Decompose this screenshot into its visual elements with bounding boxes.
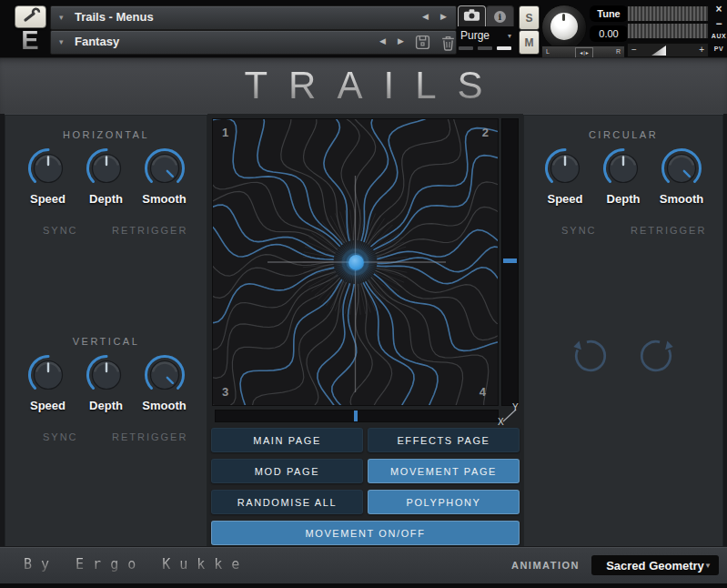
- chevron-down-icon: ▾: [59, 13, 64, 22]
- vertical-speed-knob[interactable]: Speed: [20, 355, 76, 412]
- main-page-button[interactable]: MAIN PAGE: [211, 428, 363, 452]
- volume-plus-label: +: [699, 45, 704, 55]
- knob-dial[interactable]: [136, 355, 193, 400]
- knob-label: Speed: [20, 192, 76, 206]
- horizontal-sync-toggle[interactable]: SYNC: [43, 225, 78, 236]
- animation-label: ANIMATION: [511, 560, 580, 571]
- kontakt-header: E ▾ Trails - Menus ◀ ▶ ▾ Fantasy ◀ ▶: [0, 0, 727, 57]
- main-area: HORIZONTAL Speed Depth Smooth: [0, 114, 727, 546]
- knob-dial[interactable]: [20, 355, 76, 400]
- close-button[interactable]: ×: [711, 3, 727, 15]
- knob-dial[interactable]: [537, 148, 593, 194]
- knob-label: Depth: [78, 399, 135, 412]
- y-axis-label: Y: [512, 402, 519, 412]
- animation-dropdown[interactable]: Sacred Geometry ▼: [591, 555, 719, 575]
- horizontal-retrigger-toggle[interactable]: RETRIGGER: [112, 225, 187, 236]
- pv-button[interactable]: PV: [711, 46, 727, 52]
- knob-dial[interactable]: [78, 355, 135, 400]
- knob-label: Speed: [537, 192, 593, 206]
- x-axis-slider[interactable]: [215, 410, 499, 422]
- purge-menu[interactable]: Purge ▾: [458, 29, 514, 42]
- movement-onoff-button[interactable]: MOVEMENT ON/OFF: [211, 521, 520, 545]
- rotate-counterclockwise-icon[interactable]: [571, 336, 610, 378]
- pan-right-label: R: [616, 48, 621, 55]
- knob-dial[interactable]: [20, 148, 76, 194]
- horizontal-smooth-knob[interactable]: Smooth: [136, 148, 193, 206]
- mod-page-button[interactable]: MOD PAGE: [211, 459, 363, 483]
- instrument-menu-row[interactable]: ▾ Trails - Menus ◀ ▶: [50, 5, 457, 30]
- indicator-bar: [478, 46, 492, 50]
- preset-menu-row[interactable]: ▾ Fantasy ◀ ▶: [50, 30, 457, 55]
- vertical-retrigger-toggle[interactable]: RETRIGGER: [112, 431, 187, 442]
- volume-slider[interactable]: − +: [627, 43, 709, 57]
- aux-button[interactable]: AUX: [711, 33, 727, 39]
- tune-value[interactable]: 0.00: [590, 25, 628, 42]
- corner-label-3: 3: [222, 385, 228, 399]
- x-axis-label: X: [498, 417, 504, 427]
- memory-indicator: [459, 46, 514, 50]
- wrench-icon: [20, 7, 42, 27]
- instrument-title: TRAILS: [0, 58, 727, 113]
- x-slider-handle[interactable]: [354, 411, 358, 421]
- trash-icon[interactable]: [440, 35, 456, 55]
- tune-knob-cap: [550, 13, 578, 40]
- y-slider-handle[interactable]: [503, 259, 517, 263]
- movement-page-button[interactable]: MOVEMENT PAGE: [368, 459, 520, 483]
- info-tab[interactable]: i: [486, 5, 514, 26]
- info-icon: i: [494, 11, 506, 23]
- section-title: VERTICAL: [5, 321, 207, 347]
- knob-dial[interactable]: [78, 148, 135, 194]
- polyphony-button[interactable]: POLYPHONY: [368, 490, 520, 514]
- snapshot-tab[interactable]: [458, 5, 486, 26]
- pan-left-triangle-icon: ◂: [580, 50, 582, 56]
- animation-value: Sacred Geometry: [606, 559, 704, 573]
- corner-label-1: 1: [222, 126, 228, 139]
- camera-icon: [463, 8, 480, 25]
- chevron-down-icon: ▾: [59, 37, 64, 46]
- prev-instrument-arrow[interactable]: ◀: [422, 12, 429, 21]
- vertical-depth-knob[interactable]: Depth: [78, 355, 135, 412]
- tune-knob-pointer: [562, 14, 565, 21]
- xy-pad[interactable]: 1 2 3 4: [212, 118, 499, 406]
- knob-label: Depth: [595, 192, 651, 206]
- circular-retrigger-toggle[interactable]: RETRIGGER: [631, 225, 706, 236]
- section-title: CIRCULAR: [523, 115, 723, 140]
- knob-dial[interactable]: [595, 148, 651, 194]
- indicator-bar: [497, 46, 511, 50]
- volume-minus-label: −: [631, 45, 637, 55]
- horizontal-speed-knob[interactable]: Speed: [20, 148, 76, 206]
- circular-smooth-knob[interactable]: Smooth: [653, 148, 710, 206]
- volume-handle[interactable]: [651, 46, 666, 56]
- chevron-down-icon: ▾: [508, 32, 511, 40]
- vertical-sync-toggle[interactable]: SYNC: [43, 431, 78, 442]
- effects-page-button[interactable]: EFFECTS PAGE: [368, 428, 520, 452]
- knob-label: Depth: [78, 192, 135, 206]
- corner-label-4: 4: [480, 385, 486, 399]
- solo-button[interactable]: S: [519, 5, 540, 30]
- next-instrument-arrow[interactable]: ▶: [440, 12, 447, 21]
- right-panel: CIRCULAR Speed Depth Smooth: [523, 114, 723, 547]
- knob-dial[interactable]: [136, 148, 193, 194]
- horizontal-depth-knob[interactable]: Depth: [78, 148, 135, 206]
- knob-label: Smooth: [136, 192, 193, 206]
- minimize-button[interactable]: −: [711, 17, 727, 30]
- prev-preset-arrow[interactable]: ◀: [379, 36, 386, 46]
- level-meter-right: [627, 23, 709, 39]
- circular-sync-toggle[interactable]: SYNC: [561, 225, 597, 236]
- randomise-all-button[interactable]: RANDOMISE ALL: [211, 490, 363, 514]
- circular-depth-knob[interactable]: Depth: [595, 148, 651, 206]
- knob-dial[interactable]: [653, 148, 710, 194]
- xy-axis-indicator: Y X: [498, 401, 521, 427]
- tune-knob[interactable]: [541, 5, 587, 50]
- instrument-menu-title: Trails - Menus: [75, 10, 154, 24]
- knob-label: Smooth: [136, 399, 193, 412]
- vertical-smooth-knob[interactable]: Smooth: [136, 355, 193, 412]
- save-icon[interactable]: [415, 35, 430, 54]
- next-preset-arrow[interactable]: ▶: [398, 36, 404, 46]
- mute-button[interactable]: M: [519, 30, 540, 55]
- circular-speed-knob[interactable]: Speed: [537, 148, 593, 206]
- title-banner: TRAILS: [0, 57, 727, 116]
- rotate-clockwise-icon[interactable]: [637, 336, 675, 378]
- xy-cursor[interactable]: [348, 255, 364, 270]
- y-axis-slider[interactable]: [501, 118, 519, 406]
